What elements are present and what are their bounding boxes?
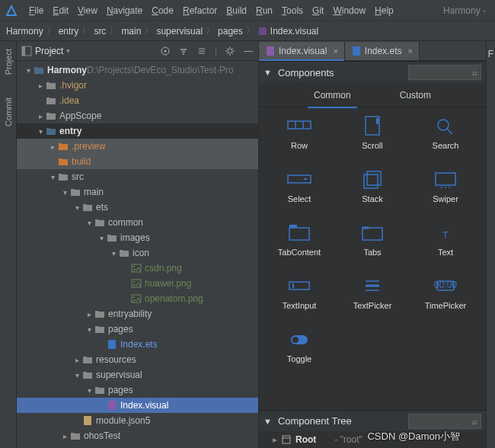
menu-file[interactable]: File bbox=[24, 4, 48, 18]
svg-line-23 bbox=[447, 129, 452, 134]
tree-node-appscope[interactable]: ▸AppScope bbox=[17, 108, 258, 123]
expand-icon[interactable] bbox=[178, 46, 189, 56]
svg-rect-21 bbox=[376, 118, 378, 124]
menu-edit[interactable]: Edit bbox=[48, 4, 73, 18]
tree-node-pages[interactable]: ▾pages bbox=[17, 322, 258, 337]
tree-node-resources[interactable]: ▸resources bbox=[17, 352, 258, 367]
gear-icon[interactable] bbox=[225, 46, 235, 56]
caret-icon: ▾ bbox=[84, 219, 94, 227]
search-icon[interactable]: ⌕ bbox=[472, 68, 477, 77]
components-title: Components bbox=[278, 67, 402, 78]
close-icon[interactable]: × bbox=[333, 46, 337, 56]
tree-node-pages[interactable]: ▾pages bbox=[17, 382, 258, 398]
tree-node-idea[interactable]: .idea bbox=[17, 93, 258, 108]
search-icon[interactable]: ⌕ bbox=[472, 417, 477, 426]
tree-node-modulejson5[interactable]: module.json5 bbox=[17, 413, 258, 428]
menu-tools[interactable]: Tools bbox=[277, 4, 308, 18]
json-icon bbox=[82, 416, 93, 425]
component-textinput[interactable]: TextInput bbox=[267, 275, 332, 310]
tab-common[interactable]: Common bbox=[308, 87, 357, 104]
component-text[interactable]: TText bbox=[413, 222, 478, 257]
hide-icon[interactable]: — bbox=[243, 46, 254, 56]
sidetab-project[interactable]: Project bbox=[4, 46, 13, 78]
tree-node-ohostest[interactable]: ▸ohosTest bbox=[17, 428, 258, 443]
menu-refactor[interactable]: Refactor bbox=[178, 4, 222, 18]
component-select[interactable]: Select bbox=[267, 168, 332, 203]
component-tree-header: ▼ Component Tree ⌕ bbox=[259, 410, 486, 431]
search-input[interactable] bbox=[412, 417, 472, 426]
crumb-1[interactable]: entry bbox=[59, 26, 79, 37]
crumb-0[interactable]: Harmony bbox=[6, 26, 43, 37]
menu-run[interactable]: Run bbox=[251, 4, 277, 18]
tree-node-main[interactable]: ▾main bbox=[17, 184, 258, 200]
collapse-icon[interactable]: ▼ bbox=[263, 417, 272, 426]
caret-icon: ▸ bbox=[35, 82, 46, 90]
tabs-icon bbox=[359, 222, 385, 243]
menu-code[interactable]: Code bbox=[147, 4, 178, 18]
menu-view[interactable]: View bbox=[73, 4, 102, 18]
folder-icon bbox=[82, 355, 93, 364]
collapse-icon[interactable] bbox=[196, 46, 207, 56]
locate-icon[interactable] bbox=[160, 46, 171, 56]
crumb-2[interactable]: src bbox=[94, 26, 106, 37]
component-toggle[interactable]: Toggle bbox=[267, 328, 332, 363]
collapse-icon[interactable]: ▼ bbox=[263, 68, 272, 77]
components-search[interactable]: ⌕ bbox=[408, 65, 481, 80]
tab-custom[interactable]: Custom bbox=[394, 87, 437, 104]
menu-help[interactable]: Help bbox=[370, 4, 398, 18]
text-icon: T bbox=[433, 222, 458, 243]
tree-node-src[interactable]: ▾src bbox=[17, 169, 258, 184]
right-sliver-label: F bbox=[488, 49, 493, 59]
component-scroll[interactable]: Scroll bbox=[340, 115, 405, 150]
tree-node-huaweipng[interactable]: huawei.png bbox=[17, 276, 258, 291]
caret-icon: ▾ bbox=[47, 173, 58, 181]
tree-node-entryability[interactable]: ▸entryability bbox=[17, 306, 258, 322]
tree-node-ets[interactable]: ▾ets bbox=[17, 200, 258, 215]
folder-icon bbox=[94, 218, 105, 227]
component-tabcontent[interactable]: TabContent bbox=[267, 222, 332, 257]
component-stack[interactable]: Stack bbox=[340, 168, 405, 203]
search-input[interactable] bbox=[412, 68, 472, 77]
tree-node-csdnpng[interactable]: csdn.png bbox=[17, 261, 258, 276]
tree-node-openatompng[interactable]: openatom.png bbox=[17, 291, 258, 306]
caret-icon: ▸ bbox=[59, 432, 70, 440]
tab-indexets[interactable]: Index.ets× bbox=[345, 42, 420, 60]
crumb-5[interactable]: pages bbox=[218, 26, 243, 37]
right-gutter: F bbox=[486, 41, 495, 448]
component-tabs[interactable]: Tabs bbox=[340, 222, 405, 257]
component-row[interactable]: Row bbox=[267, 115, 332, 150]
tree-node-entry[interactable]: ▾entry bbox=[17, 123, 258, 139]
crumb-4[interactable]: supervisual bbox=[156, 26, 203, 37]
svg-rect-33 bbox=[362, 228, 382, 240]
tree-node-indexets[interactable]: Index.ets bbox=[17, 337, 258, 352]
tree-node-common[interactable]: ▾common bbox=[17, 215, 258, 230]
tree-node-indexvisual[interactable]: Index.visual bbox=[17, 398, 258, 413]
component-timepicker[interactable]: 00:00TimePicker bbox=[413, 275, 478, 310]
tree-node-images[interactable]: ▾images bbox=[17, 230, 258, 245]
crumb-6[interactable]: Index.visual bbox=[258, 26, 318, 37]
caret-icon: ▾ bbox=[96, 234, 107, 242]
folder-icon bbox=[94, 386, 105, 395]
menu-build[interactable]: Build bbox=[222, 4, 251, 18]
sidetab-commit[interactable]: Commit bbox=[4, 94, 13, 130]
tab-indexvisual[interactable]: Index.visual× bbox=[259, 42, 345, 60]
crumb-3[interactable]: main bbox=[121, 26, 141, 37]
svg-rect-2 bbox=[22, 46, 25, 56]
menu-git[interactable]: Git bbox=[308, 4, 328, 18]
component-search[interactable]: Search bbox=[413, 115, 478, 150]
tree-node-preview[interactable]: ▸.preview bbox=[17, 139, 258, 154]
component-swiper[interactable]: Swiper bbox=[413, 168, 478, 203]
svg-point-5 bbox=[228, 49, 232, 53]
menu-window[interactable]: Window bbox=[328, 4, 370, 18]
menu-navigate[interactable]: Navigate bbox=[102, 4, 147, 18]
folder-icon bbox=[46, 111, 56, 120]
caret-icon: ▾ bbox=[23, 66, 34, 75]
close-icon[interactable]: × bbox=[408, 46, 413, 56]
tree-node-build[interactable]: build bbox=[17, 154, 258, 169]
component-textpicker[interactable]: TextPicker bbox=[340, 275, 405, 310]
tree-node-hvigor[interactable]: ▸.hvigor bbox=[17, 78, 258, 93]
tree-node-harmony[interactable]: ▾Harmony D:\Projects\DevEco_Studio\Test-… bbox=[17, 62, 258, 78]
tree-node-icon[interactable]: ▾icon bbox=[17, 245, 258, 261]
tree-node-supervisual[interactable]: ▾supervisual bbox=[17, 367, 258, 382]
component-tree-search[interactable]: ⌕ bbox=[408, 414, 481, 429]
